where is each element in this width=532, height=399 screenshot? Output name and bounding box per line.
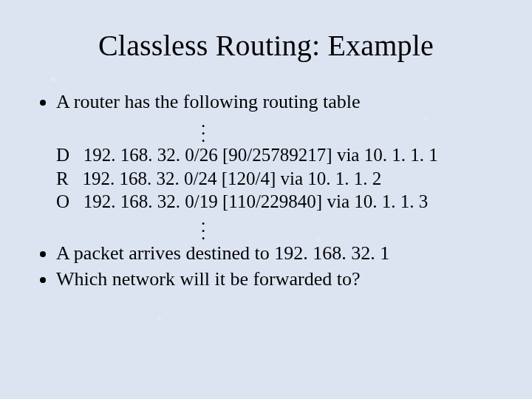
bullet-q2: Which network will it be forwarded to? [56,267,502,291]
route-code: R [56,168,69,188]
route-metric: [120/4] [222,168,276,188]
vertical-ellipsis-bottom: . . . [56,216,502,238]
route-net: 192. 168. 32. 0/24 [82,168,216,188]
bullet-list: A router has the following routing table [34,89,502,114]
dot-icon: . [201,133,502,140]
route-net: 192. 168. 32. 0/19 [83,191,218,211]
route-code: O [56,191,69,211]
table-row: R 192. 168. 32. 0/24 [120/4] via 10. 1. … [56,167,502,190]
bullet-q1: A packet arrives destined to 192. 168. 3… [56,241,502,265]
table-row: O 192. 168. 32. 0/19 [110/229840] via 10… [56,190,502,213]
route-via: via 10. 1. 1. 1 [337,145,438,165]
routing-table: . . . D 192. 168. 32. 0/26 [90/25789217]… [56,118,502,238]
route-via: via 10. 1. 1. 3 [327,191,428,211]
dot-icon: . [201,118,502,126]
route-net: 192. 168. 32. 0/26 [83,145,218,165]
route-via: via 10. 1. 1. 2 [281,168,382,188]
dot-icon: . [201,126,502,133]
route-metric: [90/25789217] [222,145,332,165]
bullet-list-questions: A packet arrives destined to 192. 168. 3… [34,241,502,292]
route-code: D [56,145,69,165]
slide: Classless Routing: Example A router has … [0,0,532,399]
vertical-ellipsis-top: . . . [56,118,502,140]
dot-icon: . [201,231,502,238]
bullet-intro: A router has the following routing table [56,89,502,114]
slide-title: Classless Routing: Example [30,28,502,63]
dot-icon: . [201,223,502,231]
route-metric: [110/229840] [222,191,322,211]
dot-icon: . [201,216,502,223]
table-row: D 192. 168. 32. 0/26 [90/25789217] via 1… [56,143,502,166]
